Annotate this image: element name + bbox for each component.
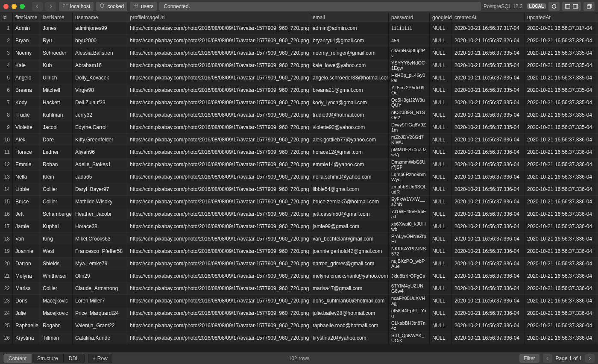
cell-updatedat[interactable]: 2020-10-21 16:56:37.335-04 bbox=[525, 72, 597, 84]
new-window-button[interactable] bbox=[583, 2, 595, 11]
cell-id[interactable]: 24 bbox=[0, 307, 13, 319]
cell-profileimageurl[interactable]: https://cdn.pixabay.com/photo/2016/08/08… bbox=[127, 59, 310, 71]
cell-email[interactable]: raphaelle.roob@hotmail.com bbox=[310, 320, 389, 332]
cell-googleid[interactable]: NULL bbox=[430, 159, 452, 170]
cell-username[interactable]: Horace38 bbox=[73, 220, 127, 232]
table-row[interactable]: 26KrystinaTillmanCatalina.Kundehttps://c… bbox=[0, 332, 598, 344]
cell-updatedat[interactable]: 2020-10-21 16:56:37.336-04 bbox=[525, 245, 597, 257]
cell-profileimageurl[interactable]: https://cdn.pixabay.com/photo/2016/08/08… bbox=[127, 307, 310, 319]
cell-username[interactable]: Kitty.Greenfelder bbox=[73, 134, 127, 146]
cell-createdat[interactable]: 2020-10-21 16:56:37.336-04 bbox=[452, 208, 525, 220]
host-crumb[interactable]: localhost bbox=[59, 2, 94, 11]
cell-createdat[interactable]: 2020-10-21 16:56:37.335-04 bbox=[452, 59, 525, 71]
table-row[interactable]: 14LibbieCollierDaryl_Bayer97https://cdn.… bbox=[0, 183, 598, 196]
cell-profileimageurl[interactable]: https://cdn.pixabay.com/photo/2016/08/08… bbox=[127, 320, 310, 332]
cell-username[interactable]: Price_Marquardt24 bbox=[73, 307, 127, 319]
cell-googleid[interactable]: NULL bbox=[430, 121, 452, 133]
cell-profileimageurl[interactable]: https://cdn.pixabay.com/photo/2016/08/08… bbox=[127, 84, 310, 96]
cell-updatedat[interactable]: 2020-10-21 16:56:37.335-04 bbox=[525, 121, 597, 133]
cell-googleid[interactable]: NULL bbox=[430, 72, 452, 84]
cell-updatedat[interactable]: 2020-10-21 16:56:37.317-04 bbox=[525, 22, 597, 34]
cell-email[interactable]: bryanryu1@gmail.com bbox=[310, 35, 389, 47]
cell-createdat[interactable]: 2020-10-21 16:56:37.336-04 bbox=[452, 295, 525, 307]
cell-password[interactable]: zmabbSUq6SQLudR bbox=[389, 183, 430, 195]
cell-updatedat[interactable]: 2020-10-21 16:56:37.336-04 bbox=[525, 159, 597, 170]
cell-lastname[interactable]: Rohan bbox=[40, 159, 73, 170]
cell-email[interactable]: bruce.zemlak7@hotmail.com bbox=[310, 196, 389, 208]
cell-profileimageurl[interactable]: https://cdn.pixabay.com/photo/2016/08/08… bbox=[127, 35, 310, 47]
cell-username[interactable]: Alessia.Balistreri bbox=[73, 47, 127, 59]
cell-firstname[interactable]: Kody bbox=[13, 97, 40, 109]
cell-password[interactable]: HkHBp_pL4Gy0kaI bbox=[389, 72, 430, 84]
cell-password[interactable]: xb6Xwpi0_kJUHwb bbox=[389, 220, 430, 232]
cell-googleid[interactable]: NULL bbox=[430, 245, 452, 257]
cell-updatedat[interactable]: 2020-10-21 16:56:37.326-04 bbox=[525, 35, 597, 47]
cell-id[interactable]: 9 bbox=[0, 121, 13, 133]
refresh-button[interactable] bbox=[548, 2, 560, 11]
cell-firstname[interactable]: Angelo bbox=[13, 72, 40, 84]
table-row[interactable]: 3NoemySchroederAlessia.Balistrerihttps:/… bbox=[0, 47, 598, 59]
prev-page-button[interactable] bbox=[543, 354, 552, 363]
header-updatedat[interactable]: updatedAt bbox=[525, 13, 597, 22]
cell-email[interactable]: krystina20@yahoo.com bbox=[310, 332, 389, 344]
cell-id[interactable]: 15 bbox=[0, 196, 13, 208]
cell-updatedat[interactable]: 2020-10-21 16:56:37.336-04 bbox=[525, 270, 597, 282]
cell-firstname[interactable]: Julie bbox=[13, 307, 40, 319]
cell-googleid[interactable]: NULL bbox=[430, 109, 452, 121]
cell-id[interactable]: 8 bbox=[0, 109, 13, 121]
cell-firstname[interactable]: Krystina bbox=[13, 332, 40, 344]
table-row[interactable]: 15BruceCollierMathilde.Wisokyhttps://cdn… bbox=[0, 196, 598, 208]
cell-profileimageurl[interactable]: https://cdn.pixabay.com/photo/2016/08/08… bbox=[127, 196, 310, 208]
cell-firstname[interactable]: Emmie bbox=[13, 159, 40, 170]
cell-updatedat[interactable]: 2020-10-21 16:56:37.336-04 bbox=[525, 171, 597, 183]
cell-createdat[interactable]: 2020-10-21 16:56:37.336-04 bbox=[452, 220, 525, 232]
cell-profileimageurl[interactable]: https://cdn.pixabay.com/photo/2016/08/08… bbox=[127, 258, 310, 270]
cell-updatedat[interactable]: 2020-10-21 16:56:37.336-04 bbox=[525, 320, 597, 332]
cell-email[interactable]: jett.cassin50@gmail.com bbox=[310, 208, 389, 220]
cell-email[interactable]: horace12@gmail.com bbox=[310, 146, 389, 158]
header-createdat[interactable]: createdAt bbox=[452, 13, 525, 22]
cell-password[interactable]: YL5crz2P5dc09Oo bbox=[389, 84, 430, 96]
cell-email[interactable]: melyna.cruickshank@yahoo.com bbox=[310, 270, 389, 282]
table-row[interactable]: 21MelynaWintheiserOlin29https://cdn.pixa… bbox=[0, 270, 598, 282]
minimize-window-button[interactable] bbox=[12, 4, 17, 9]
cell-email[interactable]: admin@admin.com bbox=[310, 22, 389, 34]
cell-createdat[interactable]: 2020-10-21 16:56:37.336-04 bbox=[452, 146, 525, 158]
cell-username[interactable]: Dolly_Kovacek bbox=[73, 72, 127, 84]
cell-createdat[interactable]: 2020-10-21 16:56:37.335-04 bbox=[452, 97, 525, 109]
cell-username[interactable]: Dell.Zulauf23 bbox=[73, 97, 127, 109]
cell-lastname[interactable]: Schamberger bbox=[40, 208, 73, 220]
cell-profileimageurl[interactable]: https://cdn.pixabay.com/photo/2016/08/08… bbox=[127, 183, 310, 195]
filter-button[interactable]: Filter bbox=[519, 354, 539, 363]
cell-lastname[interactable]: Dare bbox=[40, 134, 73, 146]
cell-googleid[interactable]: NULL bbox=[430, 208, 452, 220]
cell-updatedat[interactable]: 2020-10-21 16:56:37.336-04 bbox=[525, 233, 597, 245]
cell-profileimageurl[interactable]: https://cdn.pixabay.com/photo/2016/08/08… bbox=[127, 233, 310, 245]
cell-updatedat[interactable]: 2020-10-21 16:56:37.336-04 bbox=[525, 258, 597, 270]
cell-password[interactable]: nK3zJ89G_N1SOe2 bbox=[389, 109, 430, 121]
cell-id[interactable]: 10 bbox=[0, 134, 13, 146]
cell-password[interactable]: c4arnRsq8fuptPv bbox=[389, 47, 430, 59]
cell-id[interactable]: 6 bbox=[0, 84, 13, 96]
cell-lastname[interactable]: Shields bbox=[40, 258, 73, 270]
cell-username[interactable]: Heather_Jacobi bbox=[73, 208, 127, 220]
cell-createdat[interactable]: 2020-10-21 16:56:37.335-04 bbox=[452, 72, 525, 84]
cell-firstname[interactable]: Violette bbox=[13, 121, 40, 133]
cell-password[interactable]: Lqmp6Rzho9bmWyq bbox=[389, 171, 430, 183]
cell-email[interactable]: joannie.gerhold42@gmail.com bbox=[310, 245, 389, 257]
cell-firstname[interactable]: Noemy bbox=[13, 47, 40, 59]
cell-id[interactable]: 16 bbox=[0, 208, 13, 220]
cell-id[interactable]: 4 bbox=[0, 59, 13, 71]
header-firstname[interactable]: firstName bbox=[13, 13, 40, 22]
cell-firstname[interactable]: Doris bbox=[13, 295, 40, 307]
cell-profileimageurl[interactable]: https://cdn.pixabay.com/photo/2016/08/08… bbox=[127, 282, 310, 294]
cell-email[interactable]: kale_lowe@yahoo.com bbox=[310, 59, 389, 71]
cell-googleid[interactable]: NULL bbox=[430, 196, 452, 208]
cell-createdat[interactable]: 2020-10-21 16:56:37.335-04 bbox=[452, 84, 525, 96]
table-row[interactable]: 24JulieMacejkovicPrice_Marquardt24https:… bbox=[0, 307, 598, 320]
cell-profileimageurl[interactable]: https://cdn.pixabay.com/photo/2016/08/08… bbox=[127, 208, 310, 220]
cell-email[interactable]: breana21@gmail.com bbox=[310, 84, 389, 96]
cell-username[interactable]: Abraham16 bbox=[73, 59, 127, 71]
table-row[interactable]: 6BreanaMitchellVirgie98https://cdn.pixab… bbox=[0, 84, 598, 97]
cell-lastname[interactable]: Wintheiser bbox=[40, 270, 73, 282]
